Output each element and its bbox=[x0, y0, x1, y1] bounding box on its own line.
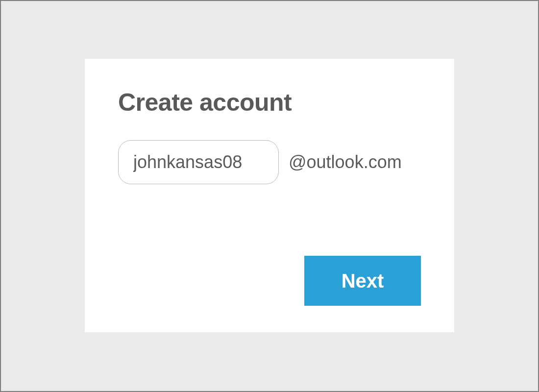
next-button[interactable]: Next bbox=[304, 256, 421, 306]
page-title: Create account bbox=[118, 88, 421, 117]
create-account-card: Create account @outlook.com Next bbox=[85, 59, 454, 332]
email-domain-label: @outlook.com bbox=[289, 152, 402, 172]
page-background: Create account @outlook.com Next bbox=[0, 0, 539, 392]
email-row: @outlook.com bbox=[118, 140, 421, 184]
username-input[interactable] bbox=[118, 140, 279, 184]
